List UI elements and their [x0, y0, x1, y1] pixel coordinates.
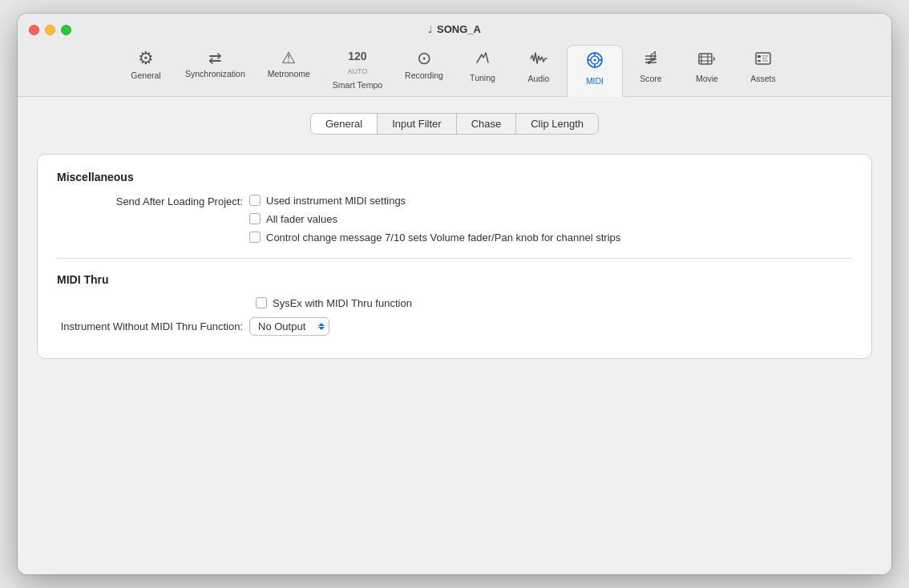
miscellaneous-section: Miscellaneous Send After Loading Project… [57, 171, 852, 244]
midi-thru-section: MIDI Thru SysEx with MIDI Thru function … [57, 273, 852, 336]
minimize-button[interactable] [45, 25, 55, 35]
toolbar: ⚙ General ⇄ Synchronization ⚠ Metronome … [118, 42, 791, 96]
checkbox-label-instrument: Used instrument MIDI settings [266, 195, 406, 207]
sysex-row: SysEx with MIDI Thru function [256, 297, 852, 309]
assets-icon [754, 50, 772, 70]
metronome-icon: ⚠ [281, 50, 296, 66]
midi-thru-title: MIDI Thru [57, 273, 852, 286]
gear-icon: ⚙ [138, 50, 154, 67]
toolbar-item-audio[interactable]: Audio [511, 45, 567, 96]
toolbar-item-metronome[interactable]: ⚠ Metronome [257, 45, 321, 96]
movie-icon [697, 50, 717, 70]
content-panel: Miscellaneous Send After Loading Project… [37, 154, 872, 359]
svg-rect-24 [762, 58, 767, 59]
toolbar-item-tuning[interactable]: Tuning [454, 45, 511, 96]
toolbar-item-synchronization[interactable]: ⇄ Synchronization [174, 45, 257, 96]
main-window: ♩ SONG_A ⚙ General ⇄ Synchronization ⚠ M… [18, 14, 891, 574]
tuning-icon [474, 50, 491, 70]
checkbox-used-instrument[interactable] [249, 195, 261, 206]
window-title: SONG_A [437, 23, 481, 35]
tab-chase[interactable]: Chase [457, 114, 517, 134]
section-divider [57, 258, 852, 259]
smart-tempo-icon: 120AUTO [348, 50, 368, 77]
svg-rect-23 [762, 55, 769, 57]
checkbox-row-fader: All fader values [249, 213, 620, 225]
sysex-label: SysEx with MIDI Thru function [273, 297, 412, 309]
svg-marker-19 [713, 56, 715, 62]
recording-icon: ⊙ [417, 50, 431, 67]
toolbar-item-midi[interactable]: MIDI [567, 45, 623, 97]
sub-tabs-inner: General Input Filter Chase Clip Length [310, 113, 599, 135]
tab-input-filter[interactable]: Input Filter [378, 114, 456, 134]
checkbox-control-change[interactable] [249, 232, 261, 243]
toolbar-item-movie[interactable]: Movie [679, 45, 735, 96]
instrument-thru-label: Instrument Without MIDI Thru Function: [57, 320, 249, 332]
svg-point-2 [593, 59, 596, 62]
titlebar: ♩ SONG_A ⚙ General ⇄ Synchronization ⚠ M… [18, 14, 891, 97]
sync-icon: ⇄ [208, 50, 222, 66]
title-row: ♩ SONG_A [428, 23, 481, 35]
audio-icon [529, 50, 548, 70]
toolbar-item-assets[interactable]: Assets [735, 45, 791, 96]
close-button[interactable] [29, 25, 39, 35]
toolbar-item-smart-tempo[interactable]: 120AUTO Smart Tempo [321, 45, 394, 96]
svg-rect-21 [758, 55, 761, 58]
checkbox-label-fader: All fader values [266, 213, 337, 225]
traffic-lights [29, 25, 71, 35]
instrument-thru-row: Instrument Without MIDI Thru Function: N… [57, 317, 852, 336]
checkbox-all-fader[interactable] [249, 213, 261, 224]
svg-rect-25 [762, 60, 768, 62]
svg-rect-22 [758, 60, 761, 62]
toolbar-item-score[interactable]: Score [623, 45, 679, 96]
no-output-select[interactable]: No Output [249, 317, 329, 336]
maximize-button[interactable] [61, 25, 71, 35]
checkbox-label-control-change: Control change message 7/10 sets Volume … [266, 232, 620, 244]
main-content: General Input Filter Chase Clip Length M… [18, 97, 891, 574]
midi-icon [585, 50, 604, 73]
tab-general[interactable]: General [311, 114, 378, 134]
toolbar-item-general[interactable]: ⚙ General [118, 45, 174, 96]
toolbar-item-recording[interactable]: ⊙ Recording [394, 45, 454, 96]
miscellaneous-title: Miscellaneous [57, 171, 852, 183]
select-wrapper: No Output [249, 317, 329, 336]
document-icon: ♩ [428, 24, 433, 35]
send-after-loading-label: Send After Loading Project: [57, 195, 249, 207]
checkbox-row-instrument: Used instrument MIDI settings [249, 195, 620, 207]
send-after-loading-row: Send After Loading Project: Used instrum… [57, 195, 852, 244]
checkbox-row-control-change: Control change message 7/10 sets Volume … [249, 232, 620, 244]
tab-clip-length[interactable]: Clip Length [516, 114, 598, 134]
score-icon [642, 50, 660, 70]
checkboxes-col: Used instrument MIDI settings All fader … [249, 195, 620, 244]
checkbox-sysex[interactable] [256, 297, 267, 308]
sub-tabs: General Input Filter Chase Clip Length [37, 113, 872, 135]
